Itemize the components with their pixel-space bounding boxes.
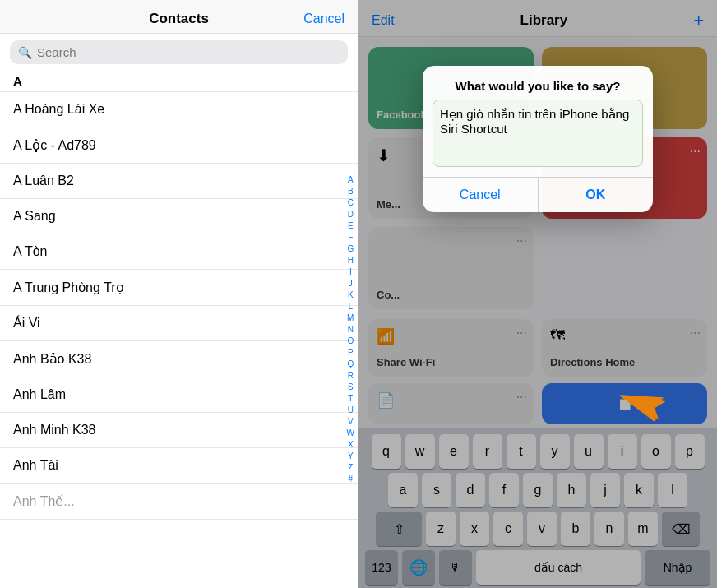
- index-letter-d[interactable]: D: [347, 209, 354, 220]
- index-letter-y[interactable]: Y: [347, 451, 354, 461]
- contacts-cancel-button[interactable]: Cancel: [303, 12, 345, 26]
- index-letter-o[interactable]: O: [347, 336, 354, 346]
- contacts-panel: Contacts Cancel 🔍 A A Hoàng Lái Xe A Lộc…: [0, 0, 358, 588]
- list-item[interactable]: Anh Lâm: [0, 377, 358, 413]
- index-letter-r[interactable]: R: [347, 370, 354, 381]
- list-item[interactable]: A Sang: [0, 199, 358, 234]
- search-icon: 🔍: [18, 46, 32, 59]
- list-item[interactable]: A Trung Phòng Trọ: [0, 270, 358, 306]
- svg-marker-1: [624, 389, 665, 420]
- dialog-box: What would you like to say? Cancel OK: [423, 66, 653, 212]
- index-letter-f[interactable]: F: [347, 232, 354, 243]
- dialog-textarea[interactable]: [440, 107, 636, 156]
- dialog-ok-button[interactable]: OK: [539, 178, 654, 212]
- dialog-textarea-wrap: [433, 100, 643, 167]
- index-letter-h[interactable]: H: [347, 255, 354, 266]
- list-item[interactable]: A Lộc - Ad789: [0, 127, 358, 164]
- dialog-overlay: What would you like to say? Cancel OK: [358, 0, 717, 588]
- index-letter-g[interactable]: G: [347, 243, 354, 254]
- list-item[interactable]: A Hoàng Lái Xe: [0, 92, 358, 127]
- index-letter-p[interactable]: P: [347, 347, 354, 358]
- dialog-cancel-button[interactable]: Cancel: [423, 178, 539, 212]
- list-item[interactable]: Anh Tài: [0, 448, 358, 484]
- library-panel: Edit Library + Facebook Instagram ··· ⬇ …: [358, 0, 717, 588]
- index-letter-l[interactable]: L: [347, 301, 354, 312]
- cursor-arrow-svg: [614, 380, 672, 428]
- contacts-title: Contacts: [149, 11, 209, 27]
- contacts-list: A A Hoàng Lái Xe A Lộc - Ad789 A Luân B2…: [0, 71, 358, 588]
- svg-marker-2: [620, 387, 661, 419]
- index-letter-n[interactable]: N: [347, 324, 354, 335]
- index-sidebar: A B C D E F G H I J K L M N O P Q R S T …: [344, 71, 358, 588]
- index-letter-m[interactable]: M: [347, 313, 354, 323]
- list-item[interactable]: A Luân B2: [0, 164, 358, 199]
- list-item[interactable]: A Tòn: [0, 234, 358, 270]
- dialog-title: What would you like to say?: [423, 66, 653, 100]
- index-letter-t[interactable]: T: [347, 393, 354, 404]
- index-letter-k[interactable]: K: [347, 289, 354, 300]
- index-letter-j[interactable]: J: [347, 278, 354, 289]
- cursor-arrow: [618, 387, 668, 424]
- index-letter-hash[interactable]: #: [347, 474, 354, 484]
- index-letter-w[interactable]: W: [347, 428, 354, 438]
- list-item[interactable]: Anh Minh K38: [0, 413, 358, 448]
- search-input[interactable]: [37, 45, 340, 59]
- index-letter-e[interactable]: E: [347, 220, 354, 231]
- dialog-buttons: Cancel OK: [423, 177, 653, 212]
- index-letter-q[interactable]: Q: [347, 359, 354, 369]
- index-letter-v[interactable]: V: [347, 416, 354, 427]
- index-letter-s[interactable]: S: [347, 382, 354, 392]
- index-letter-x[interactable]: X: [347, 439, 354, 450]
- index-letter-z[interactable]: Z: [347, 462, 354, 473]
- list-item[interactable]: Anh Bảo K38: [0, 341, 358, 377]
- list-item[interactable]: Ái Vi: [0, 306, 358, 341]
- section-header-a: A: [0, 71, 358, 92]
- list-item[interactable]: Anh Thế...: [0, 484, 358, 520]
- index-letter-c[interactable]: C: [347, 197, 354, 208]
- index-letter-i[interactable]: I: [347, 266, 354, 277]
- search-bar: 🔍: [10, 40, 348, 64]
- contacts-header: Contacts Cancel: [0, 0, 358, 34]
- index-letter-a[interactable]: A: [347, 174, 354, 185]
- index-letter-u[interactable]: U: [347, 405, 354, 415]
- index-letter-b[interactable]: B: [347, 186, 354, 197]
- svg-marker-0: [616, 384, 663, 421]
